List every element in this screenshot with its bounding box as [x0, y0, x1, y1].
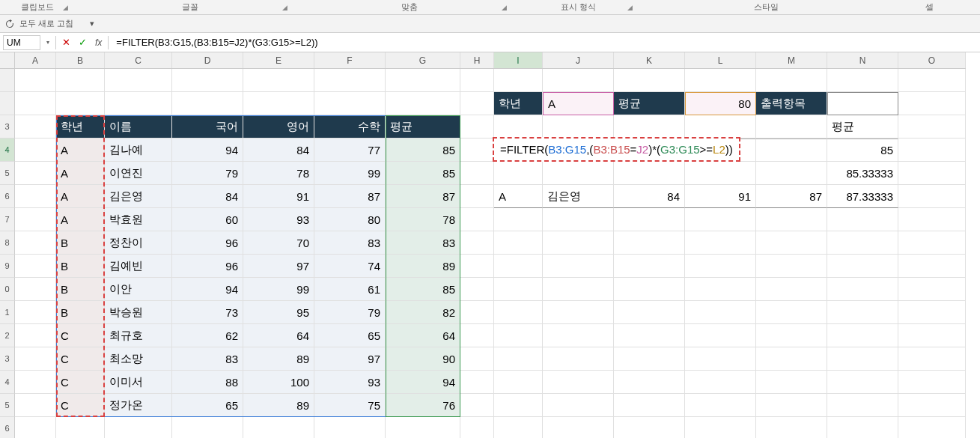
cell[interactable]: 95 — [243, 301, 314, 324]
row-header[interactable]: 7 — [0, 208, 15, 231]
cell[interactable]: 85 — [386, 162, 460, 185]
cell[interactable] — [460, 347, 494, 371]
cell[interactable] — [614, 162, 685, 185]
cell[interactable] — [685, 417, 756, 438]
cell[interactable] — [614, 301, 685, 324]
cell[interactable] — [756, 347, 827, 371]
cell[interactable] — [827, 69, 898, 92]
cell[interactable] — [898, 208, 966, 231]
cell[interactable] — [543, 208, 614, 231]
cell[interactable]: 최규호 — [105, 324, 172, 347]
cell[interactable] — [898, 394, 966, 417]
cell[interactable]: 85 — [827, 139, 898, 162]
cell[interactable] — [685, 278, 756, 301]
cell[interactable]: 박효원 — [105, 208, 172, 231]
cell[interactable] — [614, 208, 685, 231]
cell[interactable]: 정찬이 — [105, 231, 172, 255]
refresh-icon[interactable] — [4, 19, 15, 29]
row-header[interactable] — [0, 69, 15, 92]
cell[interactable] — [685, 231, 756, 255]
cell[interactable] — [105, 417, 172, 438]
cell[interactable]: 99 — [243, 278, 314, 301]
cell[interactable] — [614, 69, 685, 92]
cells[interactable]: 학년A평균80출력항목학년이름국어영어수학평균평균A김나예9484778585A… — [15, 69, 966, 438]
cancel-icon[interactable]: ✕ — [59, 36, 73, 49]
cell[interactable] — [898, 278, 966, 301]
cell[interactable] — [898, 185, 966, 208]
cell[interactable] — [15, 92, 56, 115]
cell[interactable] — [460, 115, 494, 139]
cell[interactable]: 97 — [243, 255, 314, 278]
cell[interactable] — [756, 208, 827, 231]
cell[interactable]: 79 — [314, 301, 386, 324]
column-header[interactable]: K — [614, 52, 685, 68]
column-header[interactable]: O — [898, 52, 966, 68]
cell[interactable] — [898, 162, 966, 185]
cell[interactable]: 94 — [172, 278, 243, 301]
cell[interactable]: 80 — [314, 208, 386, 231]
name-box[interactable] — [3, 35, 40, 50]
cell[interactable] — [827, 394, 898, 417]
cell[interactable] — [460, 301, 494, 324]
dropdown-icon[interactable]: ▾ — [87, 19, 97, 29]
cell[interactable]: 94 — [172, 139, 243, 162]
dialog-launcher-icon[interactable]: ◢ — [624, 4, 636, 11]
cell[interactable]: A — [543, 92, 614, 115]
cell[interactable] — [898, 301, 966, 324]
cell[interactable] — [827, 347, 898, 371]
cell[interactable]: C — [56, 394, 105, 417]
cell[interactable]: 출력항목 — [756, 92, 827, 115]
cell[interactable]: 78 — [243, 162, 314, 185]
cell[interactable] — [756, 417, 827, 438]
cell[interactable]: 97 — [314, 347, 386, 371]
column-header[interactable]: F — [314, 52, 386, 68]
cell[interactable]: 83 — [172, 347, 243, 371]
cell[interactable]: 89 — [243, 394, 314, 417]
cell[interactable] — [827, 324, 898, 347]
cell[interactable] — [494, 278, 543, 301]
cell[interactable] — [898, 115, 966, 139]
cell[interactable] — [827, 92, 898, 115]
cell[interactable]: 78 — [386, 208, 460, 231]
confirm-icon[interactable]: ✓ — [76, 36, 89, 49]
cell[interactable]: 최소망 — [105, 347, 172, 371]
row-header[interactable]: 6 — [0, 417, 15, 438]
column-header[interactable]: D — [172, 52, 243, 68]
cell[interactable]: 64 — [243, 324, 314, 347]
cell[interactable]: 93 — [314, 371, 386, 394]
cell[interactable]: 61 — [314, 278, 386, 301]
cell[interactable]: 91 — [243, 185, 314, 208]
cell[interactable]: 85 — [386, 278, 460, 301]
cell[interactable] — [460, 92, 494, 115]
cell[interactable] — [15, 139, 56, 162]
cell[interactable] — [543, 324, 614, 347]
cell[interactable]: 76 — [386, 394, 460, 417]
column-header[interactable]: H — [460, 52, 494, 68]
cell[interactable] — [898, 417, 966, 438]
row-header[interactable]: 1 — [0, 301, 15, 324]
cell[interactable] — [494, 231, 543, 255]
cell[interactable]: 80 — [685, 92, 756, 115]
cell[interactable]: B — [56, 301, 105, 324]
cell[interactable] — [494, 208, 543, 231]
cell[interactable] — [685, 115, 756, 139]
row-header[interactable]: 6 — [0, 185, 15, 208]
cell[interactable] — [243, 92, 314, 115]
cell[interactable] — [386, 69, 460, 92]
cell[interactable] — [543, 69, 614, 92]
cell[interactable]: 89 — [386, 255, 460, 278]
cell[interactable] — [614, 324, 685, 347]
cell[interactable] — [827, 417, 898, 438]
cell[interactable]: 60 — [172, 208, 243, 231]
cell[interactable] — [543, 115, 614, 139]
cell[interactable]: 87 — [386, 185, 460, 208]
cell[interactable] — [543, 301, 614, 324]
cell[interactable]: B — [56, 231, 105, 255]
cell[interactable] — [56, 92, 105, 115]
refresh-all-label[interactable]: 모두 새로 고침 — [19, 18, 73, 29]
cell[interactable] — [56, 69, 105, 92]
cell[interactable]: A — [56, 162, 105, 185]
cell[interactable]: C — [56, 324, 105, 347]
cell[interactable]: 77 — [314, 139, 386, 162]
cell[interactable]: 96 — [172, 231, 243, 255]
